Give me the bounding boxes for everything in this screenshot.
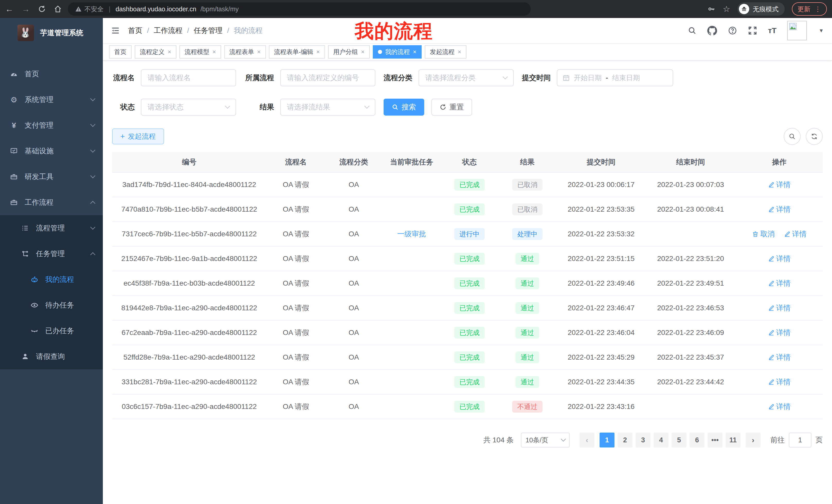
sidebar-item-payment[interactable]: ¥ 支付管理 (0, 113, 103, 138)
page-button[interactable]: 5 (672, 432, 686, 447)
sidebar-item-my-process[interactable]: 我的流程 (0, 267, 103, 292)
tab-process-definition[interactable]: 流程定义× (135, 45, 176, 59)
github-icon[interactable] (707, 26, 717, 35)
avatar-caret-icon[interactable]: ▼ (818, 28, 824, 34)
breadcrumb-home[interactable]: 首页 (128, 26, 142, 35)
cell-id: 3ad174fb-7b9d-11ec-8404-acde48001122 (112, 177, 266, 192)
prev-page-button[interactable]: ‹ (579, 432, 594, 447)
table-body: 3ad174fb-7b9d-11ec-8404-acde48001122 OA … (112, 173, 823, 419)
tab-home[interactable]: 首页 (109, 45, 132, 59)
cell-name: OA 请假 (266, 300, 326, 316)
tab-start-process[interactable]: 发起流程× (425, 45, 466, 59)
detail-action[interactable]: 详情 (768, 204, 790, 214)
detail-action[interactable]: 详情 (768, 278, 790, 288)
close-icon[interactable]: × (212, 48, 216, 55)
status-badge: 已完成 (454, 179, 485, 191)
app-logo-row[interactable]: 芋道管理系统 (0, 18, 103, 48)
cancel-action[interactable]: 取消 (752, 229, 775, 239)
sidebar-item-system[interactable]: ⚙ 系统管理 (0, 87, 103, 113)
next-page-button[interactable]: › (746, 432, 760, 447)
sidebar-item-infrastructure[interactable]: 基础设施 (0, 138, 103, 164)
browser-home-icon[interactable] (54, 5, 62, 13)
page-button[interactable]: 1 (600, 432, 615, 447)
detail-action[interactable]: 详情 (768, 402, 790, 412)
task-link[interactable]: 一级审批 (397, 230, 426, 238)
close-icon[interactable]: × (257, 48, 261, 55)
page-button[interactable]: 4 (654, 432, 669, 447)
page-button[interactable]: ••• (707, 432, 723, 447)
page-button[interactable]: 11 (726, 432, 740, 447)
detail-action[interactable]: 详情 (768, 254, 790, 263)
breadcrumb-workflow[interactable]: 工作流程 (154, 26, 183, 35)
search-icon[interactable] (688, 26, 697, 35)
hamburger-icon[interactable] (111, 26, 120, 35)
close-icon[interactable]: × (316, 48, 320, 55)
refresh-table-button[interactable] (806, 128, 823, 145)
search-button[interactable]: 搜索 (384, 99, 424, 116)
cell-id: 2152467e-7b9b-11ec-9a1b-acde48001122 (112, 251, 266, 266)
sidebar-item-process-management[interactable]: 流程管理 (0, 215, 103, 241)
page-size-select[interactable]: 10条/页 (521, 432, 570, 447)
sidebar-item-todo-tasks[interactable]: 待办任务 (0, 292, 103, 318)
detail-action[interactable]: 详情 (784, 229, 807, 239)
close-icon[interactable]: × (361, 48, 365, 55)
incognito-icon (739, 4, 749, 14)
close-icon[interactable]: × (413, 48, 417, 55)
sidebar-item-home[interactable]: 首页 (0, 61, 103, 87)
tab-process-model[interactable]: 流程模型× (179, 45, 221, 59)
detail-action[interactable]: 详情 (768, 328, 790, 338)
sidebar-item-workflow[interactable]: 工作流程 (0, 190, 103, 215)
breadcrumb-task-management[interactable]: 任务管理 (194, 26, 223, 35)
tab-process-form-edit[interactable]: 流程表单-编辑× (269, 45, 325, 59)
detail-action[interactable]: 详情 (768, 377, 790, 387)
browser-update-button[interactable]: 更新 ⋮ (792, 2, 827, 16)
browser-forward-icon[interactable]: → (22, 4, 30, 14)
sidebar-item-devtools[interactable]: 研发工具 (0, 164, 103, 190)
sidebar-item-done-tasks[interactable]: 已办任务 (0, 318, 103, 344)
goto-page-input[interactable] (789, 432, 811, 447)
url-bar[interactable]: 不安全 | dashboard.yudao.iocoder.cn/bpm/tas… (68, 2, 531, 16)
sidebar-item-task-management[interactable]: 任务管理 (0, 241, 103, 267)
browser-back-icon[interactable]: ← (5, 4, 14, 14)
chevron-down-icon (225, 104, 230, 109)
close-icon[interactable]: × (458, 48, 461, 55)
parent-process-input[interactable] (287, 74, 369, 82)
browser-reload-icon[interactable] (38, 5, 46, 13)
result-select[interactable]: 请选择流结果 (280, 99, 375, 116)
submit-time-range-picker[interactable]: 开始日期 - 结束日期 (557, 69, 673, 86)
detail-action[interactable]: 详情 (768, 353, 790, 362)
process-name-input[interactable] (148, 74, 229, 82)
url-path: /bpm/task/my (201, 5, 239, 13)
avatar[interactable] (787, 21, 807, 40)
start-process-button[interactable]: + 发起流程 (112, 129, 164, 144)
browser-menu-icon[interactable]: ⋮ (814, 5, 821, 13)
category-select[interactable]: 请选择流程分类 (419, 69, 514, 86)
show-search-button[interactable] (784, 128, 801, 145)
goto-label: 前往 (770, 435, 785, 445)
result-badge: 通过 (516, 277, 539, 289)
cell-name: OA 请假 (266, 226, 326, 242)
tab-my-process[interactable]: 我的流程× (373, 45, 422, 59)
reset-button[interactable]: 重置 (432, 99, 472, 116)
cell-submit-time: 2022-01-22 23:53:32 (557, 227, 645, 241)
font-size-icon[interactable]: ᴛT (768, 26, 777, 35)
sidebar-item-leave-query[interactable]: 请假查询 (0, 344, 103, 369)
help-icon[interactable] (728, 26, 737, 35)
page-button[interactable]: 3 (635, 432, 650, 447)
table-row: ec45f38f-7b9a-11ec-b03b-acde48001122 OA … (112, 271, 823, 296)
edit-pencil-icon (768, 181, 775, 188)
eye-closed-icon (30, 326, 39, 335)
fullscreen-icon[interactable] (748, 26, 757, 35)
detail-action[interactable]: 详情 (768, 303, 790, 313)
tab-user-group[interactable]: 用户分组× (328, 45, 370, 59)
status-select[interactable]: 请选择状态 (141, 99, 236, 116)
cell-submit-time: 2022-01-22 23:53:35 (557, 202, 645, 217)
password-key-icon[interactable] (707, 5, 716, 13)
bookmark-star-icon[interactable]: ☆ (723, 4, 730, 14)
page-button[interactable]: 2 (618, 432, 632, 447)
tab-process-form[interactable]: 流程表单× (224, 45, 266, 59)
close-icon[interactable]: × (167, 48, 171, 55)
page-button[interactable]: 6 (690, 432, 704, 447)
detail-action[interactable]: 详情 (768, 180, 790, 190)
not-secure-warning[interactable]: 不安全 (75, 5, 104, 13)
